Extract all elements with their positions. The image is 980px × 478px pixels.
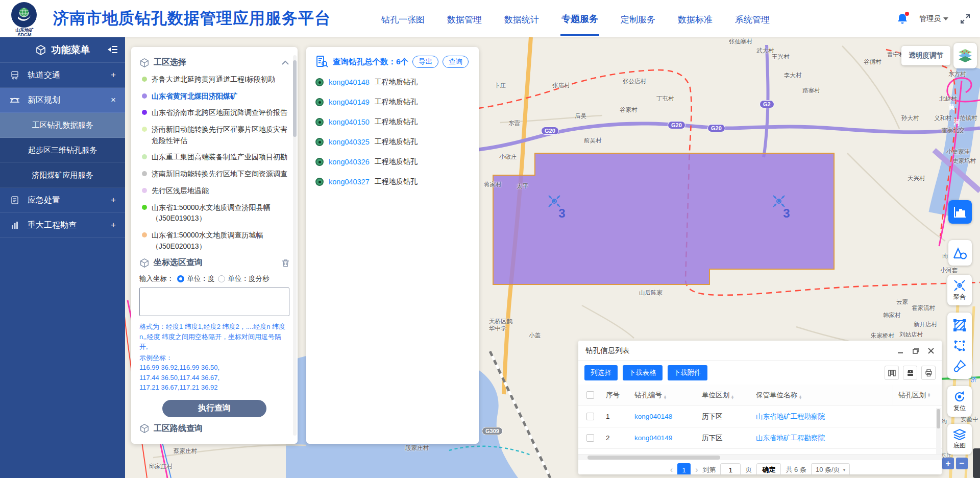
notification-bell-icon[interactable]: [897, 13, 908, 25]
org-link[interactable]: 山东省地矿工程勘察院: [756, 413, 825, 420]
zoom-out-button[interactable]: −: [956, 458, 968, 469]
workarea-item[interactable]: 山东省1:50000水文地质调查历城幅（J50E020013）: [139, 230, 289, 252]
drillhole-list-item[interactable]: kong040149工程地质钻孔: [315, 98, 470, 107]
sort-icon[interactable]: ▴▾: [928, 393, 930, 397]
minimize-icon[interactable]: [897, 347, 904, 354]
sidebar-item-emergency-response[interactable]: 应急处置 +: [0, 188, 125, 213]
nav-item-drillhole-map[interactable]: 钻孔一张图: [380, 3, 426, 35]
nav-item-data-standards[interactable]: 数据标准: [677, 3, 714, 35]
download-table-button[interactable]: 下载表格: [623, 365, 663, 380]
panel-scrollbar[interactable]: [293, 55, 297, 436]
workarea-item[interactable]: 山东省1:50000水文地质调查济阳县幅（J50E019013）: [139, 202, 289, 224]
scrollbar-thumb[interactable]: [587, 456, 720, 460]
cluster-toggle-button[interactable]: 聚合: [947, 275, 972, 305]
chevron-up-icon[interactable]: [281, 60, 289, 65]
nav-item-thematic-services[interactable]: 专题服务: [560, 2, 599, 36]
sidebar-item-major-engineering-survey[interactable]: 重大工程勘查 +: [0, 213, 125, 238]
page-size-select[interactable]: 10 条/页▾: [811, 463, 850, 474]
drillhole-id-link[interactable]: kong040149: [329, 98, 370, 106]
sidebar-subitem-workarea-drillhole-service[interactable]: 工区钻孔数据服务: [0, 113, 125, 138]
column-select-button[interactable]: 列选择: [584, 365, 618, 380]
table-row[interactable]: 1 kong040148 历下区 山东省地矿工程勘察院: [578, 406, 942, 427]
drillhole-id-link[interactable]: kong040327: [329, 178, 370, 186]
table-row[interactable]: 2 kong040149 历下区 山东省地矿工程勘察院: [578, 427, 942, 449]
drillhole-id-link[interactable]: kong040148: [634, 413, 672, 420]
workarea-item[interactable]: 山东重工集团高端装备制造产业园项目初勘: [139, 152, 289, 163]
statistics-chart-button[interactable]: [948, 200, 972, 224]
query-button[interactable]: 查询: [443, 56, 469, 68]
drillhole-list-item[interactable]: kong040150工程地质钻孔: [315, 117, 470, 127]
workarea-item[interactable]: 济南新旧动能转换先行区地下空间资源调查: [139, 169, 289, 180]
layer-switch-button[interactable]: [953, 43, 977, 68]
transparency-adjust-button[interactable]: 透明度调节: [901, 46, 950, 65]
close-icon[interactable]: [927, 347, 935, 354]
nav-item-data-statistics[interactable]: 数据统计: [503, 3, 540, 35]
scrollbar-thumb[interactable]: [937, 409, 940, 428]
nav-item-system-management[interactable]: 系统管理: [734, 3, 771, 35]
drillhole-id-link[interactable]: kong040150: [329, 118, 370, 126]
expand-plus-icon[interactable]: +: [111, 195, 116, 205]
print-button[interactable]: [921, 366, 936, 380]
drillhole-id-link[interactable]: kong040149: [634, 434, 672, 442]
zoom-in-button[interactable]: +: [942, 458, 954, 469]
col-header-district[interactable]: 单位区划▴▾: [702, 391, 756, 400]
scrollbar-thumb[interactable]: [293, 60, 297, 137]
nav-item-custom-services[interactable]: 定制服务: [620, 3, 656, 35]
goto-page-input[interactable]: [720, 463, 741, 474]
workarea-item[interactable]: 济南新旧动能转换先行区崔寨片区地质灾害危险性评估: [139, 124, 289, 146]
workarea-item[interactable]: 山东省济南市北跨区地面沉降调查评价报告: [139, 107, 289, 118]
workarea-item-selected[interactable]: 山东省黄河北煤田济阳煤矿: [139, 91, 289, 102]
drillhole-list-item[interactable]: kong040327工程地质钻孔: [315, 177, 470, 186]
table-horizontal-scrollbar[interactable]: [578, 454, 942, 460]
rectangle-select-icon[interactable]: [953, 319, 966, 332]
table-vertical-scrollbar[interactable]: [936, 408, 941, 454]
col-header-zone[interactable]: 钻孔区划▴▾: [893, 385, 942, 406]
col-header-org[interactable]: 保管单位名称▴▾: [756, 391, 893, 400]
export-button[interactable]: 导出: [412, 56, 438, 68]
sidebar-subitem-jiyang-coalmine-service[interactable]: 济阳煤矿应用服务: [0, 163, 125, 188]
sidebar-item-new-district-planning[interactable]: 新区规划 ×: [0, 88, 125, 113]
goto-confirm-button[interactable]: 确定: [756, 463, 781, 474]
drillhole-list-item[interactable]: kong040148工程地质钻孔: [315, 78, 470, 87]
current-page-button[interactable]: 1: [677, 463, 691, 474]
user-menu[interactable]: 管理员: [919, 14, 948, 23]
maximize-icon[interactable]: [912, 347, 919, 354]
polygon-select-icon[interactable]: [953, 339, 966, 352]
terrain-analysis-button[interactable]: [948, 240, 972, 266]
sidebar-collapse-icon[interactable]: [108, 45, 118, 54]
overview-map-toggle[interactable]: [973, 448, 980, 478]
drillhole-id-link[interactable]: kong040148: [329, 78, 370, 86]
nav-item-data-management[interactable]: 数据管理: [446, 3, 483, 35]
sidebar-subitem-3d-drillhole-service[interactable]: 起步区三维钻孔服务: [0, 138, 125, 163]
execute-query-button[interactable]: 执行查询: [162, 400, 266, 417]
workarea-item[interactable]: 齐鲁大道北延跨黄河通道工程I标段初勘: [139, 74, 289, 85]
collapse-x-icon[interactable]: ×: [111, 95, 116, 105]
columns-layout-button[interactable]: [885, 366, 899, 380]
clear-brush-icon[interactable]: [953, 360, 966, 373]
sort-icon[interactable]: ▴▾: [664, 395, 666, 400]
drillhole-id-link[interactable]: kong040326: [329, 158, 370, 166]
org-link[interactable]: 山东省地矿工程勘察院: [756, 434, 825, 442]
prev-page-button[interactable]: ‹: [670, 465, 673, 474]
drillhole-list-item[interactable]: kong040325工程地质钻孔: [315, 137, 470, 147]
trash-icon[interactable]: [282, 259, 289, 267]
basemap-button[interactable]: 底图: [947, 424, 972, 455]
select-all-checkbox[interactable]: [586, 391, 594, 399]
col-header-id[interactable]: 钻孔编号▴▾: [634, 391, 702, 400]
radio-unit-dms[interactable]: [218, 275, 225, 282]
next-page-button[interactable]: ›: [695, 465, 698, 474]
drillhole-list-item[interactable]: kong040326工程地质钻孔: [315, 157, 470, 166]
drillhole-cluster-marker[interactable]: 3: [772, 194, 794, 218]
expand-plus-icon[interactable]: +: [111, 220, 116, 230]
coord-input-textarea[interactable]: [139, 288, 289, 316]
row-checkbox[interactable]: [586, 413, 594, 420]
export-data-button[interactable]: [903, 366, 917, 380]
expand-plus-icon[interactable]: +: [111, 70, 116, 80]
drillhole-id-link[interactable]: kong040325: [329, 138, 370, 146]
reset-view-button[interactable]: 复位: [947, 386, 972, 417]
sort-icon[interactable]: ▴▾: [731, 395, 733, 400]
sidebar-item-rail-transit[interactable]: 轨道交通 +: [0, 63, 125, 88]
workarea-item[interactable]: 先行区浅层地温能: [139, 185, 289, 197]
drillhole-cluster-marker[interactable]: 3: [547, 194, 570, 218]
download-attachment-button[interactable]: 下载附件: [668, 365, 707, 380]
